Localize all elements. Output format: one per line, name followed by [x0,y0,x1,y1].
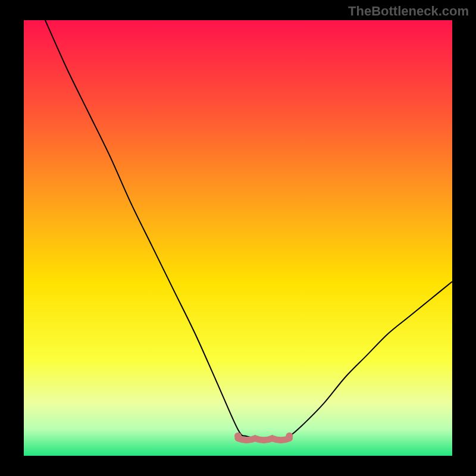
svg-rect-0 [24,20,452,456]
plot-area [24,20,452,456]
chart-svg [24,20,452,456]
valley-marker [238,439,289,440]
watermark-text: TheBottleneck.com [348,4,469,19]
valley-marker-dot [234,433,242,440]
chart-container: TheBottleneck.com [0,0,476,476]
valley-marker-dot [286,433,293,440]
